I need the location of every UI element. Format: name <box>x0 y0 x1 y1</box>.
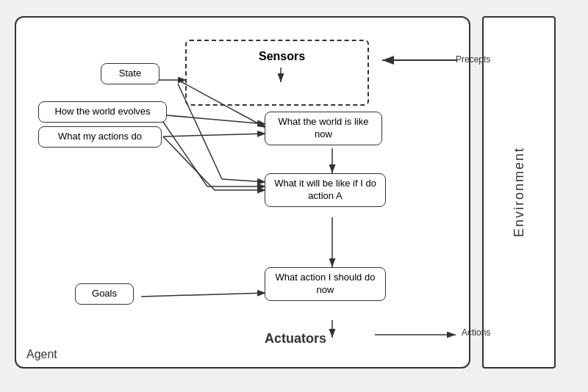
diagram-wrapper: Sensors State How the world evolves What… <box>15 16 573 376</box>
svg-line-16 <box>141 293 266 297</box>
what-if-node: What it will be like if I do action A <box>265 173 386 207</box>
svg-line-9 <box>163 137 215 190</box>
svg-line-6 <box>163 134 266 137</box>
state-node: State <box>101 63 159 84</box>
actuators-label: Actuators <box>265 331 326 346</box>
sensors-down-arrow <box>273 68 288 88</box>
precepts-label: Precepts <box>456 54 490 65</box>
how-world-evolves-node: How the world evolves <box>38 101 167 123</box>
what-action-node: What action I should do now <box>265 267 386 301</box>
svg-line-13 <box>222 179 266 182</box>
environment-label: Environment <box>512 147 527 237</box>
sensors-label: Sensors <box>251 46 312 68</box>
actions-label: Actions <box>462 327 490 338</box>
environment-box: Precepts Actions Environment <box>482 16 556 369</box>
agent-label: Agent <box>26 348 57 361</box>
what-actions-do-node: What my actions do <box>38 126 162 148</box>
svg-line-7 <box>158 115 207 186</box>
agent-box: Sensors State How the world evolves What… <box>15 16 470 369</box>
world-now-node: What the world is like now <box>265 112 382 145</box>
svg-line-5 <box>158 115 266 124</box>
actuators-right-arrow <box>375 327 470 342</box>
goals-node: Goals <box>75 283 134 305</box>
